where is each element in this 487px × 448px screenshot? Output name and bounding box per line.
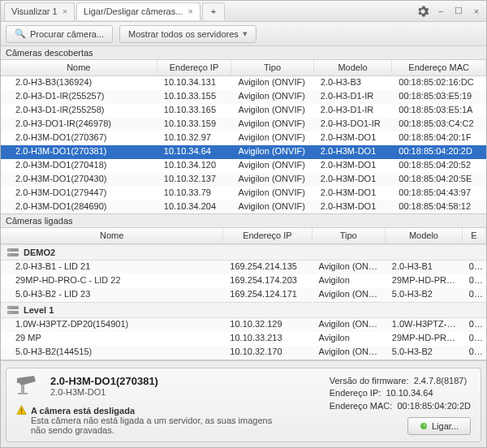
cell-type: Avigilon xyxy=(312,274,386,288)
table-row[interactable]: 29 MP10.10.33.213Avigilon29MP-HD-PRO-C00… xyxy=(1,332,486,346)
warning-msg: Esta câmera não está ligada a um servido… xyxy=(31,416,282,435)
discovered-body[interactable]: 2.0-H3-B3(136924)10.10.34.131Avigilon (O… xyxy=(1,76,486,214)
table-row[interactable]: 29MP-HD-PRO-C - LID 22169.254.174.203Avi… xyxy=(1,274,486,288)
tab-viewer-1[interactable]: Visualizar 1 × xyxy=(4,2,75,20)
cell-model: 2.0-H3M-DO1 xyxy=(314,145,393,159)
cell-model: 2.0-H3-DO1-IR xyxy=(314,118,393,131)
search-camera-button[interactable]: 🔍 Procurar câmera... xyxy=(6,25,113,43)
cell-type: Avigilon xyxy=(312,332,386,346)
cell-e: 00:1 xyxy=(463,261,486,274)
table-row[interactable]: 2.0-H3M-DO1(279447)10.10.33.79Avigilon (… xyxy=(1,187,486,200)
cell-model: 2.0-H3M-DO1 xyxy=(314,173,393,187)
horizontal-scrollbar[interactable] xyxy=(1,360,486,363)
close-icon[interactable]: × xyxy=(62,6,67,16)
col-name[interactable]: Nome xyxy=(1,60,157,75)
table-row[interactable]: 2.0-H3-D1-IR(255258)10.10.33.165Avigilon… xyxy=(1,104,486,118)
close-icon[interactable]: × xyxy=(187,6,192,16)
col-mac[interactable]: Endereço MAC xyxy=(392,60,486,75)
table-row[interactable]: 2.0-H3M-DO1(270430)10.10.32.137Avigilon … xyxy=(1,173,486,187)
col-ip[interactable]: Endereço IP xyxy=(223,228,312,243)
tab-label: Ligar/Desligar câmeras... xyxy=(84,6,183,16)
cell-e: 00:1 xyxy=(463,274,486,288)
cell-mac: 00:18:85:02:16:DC xyxy=(392,76,486,90)
maximize-icon[interactable]: ☐ xyxy=(452,5,465,18)
button-label: Ligar... xyxy=(432,421,459,431)
svg-point-3 xyxy=(9,254,11,256)
cell-ip: 10.10.33.165 xyxy=(157,104,232,118)
col-model[interactable]: Modelo xyxy=(386,228,463,243)
col-e[interactable]: E xyxy=(463,228,486,243)
minimize-icon[interactable]: − xyxy=(434,5,447,18)
search-icon: 🔍 xyxy=(15,28,26,39)
cell-name: 2.0-H3-D1-IR(255257) xyxy=(1,90,157,104)
cell-ip: 169.254.124.171 xyxy=(223,288,312,302)
tab-add[interactable]: + xyxy=(202,2,225,20)
warning-icon xyxy=(16,405,27,416)
cell-e: 00:1 xyxy=(463,346,486,360)
table-row[interactable]: 2.0-H3M-DO1(270381)10.10.34.64Avigilon (… xyxy=(1,145,486,159)
server-group-header[interactable]: Level 1 xyxy=(1,302,486,318)
cell-model: 2.0-H3-B3 xyxy=(314,76,393,90)
table-row[interactable]: 5.0-H3-B2 - LID 23169.254.124.171Avigilo… xyxy=(1,288,486,302)
cell-name: 2.0-H3-D1-IR(255258) xyxy=(1,104,157,118)
cell-model: 29MP-HD-PRO-C xyxy=(386,274,463,288)
table-row[interactable]: 2.0-H3M-DO1(270418)10.10.34.120Avigilon … xyxy=(1,159,486,173)
table-row[interactable]: 2.0-H3M-DO1(284690)10.10.34.204Avigilon … xyxy=(1,200,486,214)
svg-point-7 xyxy=(9,312,11,313)
connect-button[interactable]: Ligar... xyxy=(407,417,471,435)
details-subtitle: 2.0-H3M-DO1 xyxy=(50,387,158,397)
connected-body[interactable]: DEMO22.0-H3-B1 - LID 21169.254.214.135Av… xyxy=(1,244,486,360)
table-row[interactable]: 1.0W-H3PTZ-DP20(154901)10.10.32.129Avigi… xyxy=(1,318,486,332)
cell-name: 2.0-H3-B3(136924) xyxy=(1,76,157,90)
cell-model: 5.0-H3-B2 xyxy=(386,288,463,302)
cell-ip: 10.10.33.159 xyxy=(157,118,232,131)
table-row[interactable]: 2.0-H3-D1-IR(255257)10.10.33.155Avigilon… xyxy=(1,90,486,104)
server-group-header[interactable]: DEMO2 xyxy=(1,244,486,261)
show-all-servers-button[interactable]: Mostrar todos os servidores ▾ xyxy=(119,25,256,43)
chevron-down-icon: ▾ xyxy=(243,28,248,39)
cell-name: 29MP-HD-PRO-C - LID 22 xyxy=(1,274,223,288)
cell-type: Avigilon (ONVIF) xyxy=(232,145,314,159)
discovered-section-label: Câmeras descobertas xyxy=(1,46,486,60)
cell-type: Avigilon (ONVIF) xyxy=(232,90,314,104)
details-info: Versão do firmware: 2.4.7.8(8187) Endere… xyxy=(330,375,471,412)
cell-type: Avigilon (ONVIF) xyxy=(312,261,386,274)
server-icon xyxy=(7,306,19,314)
table-row[interactable]: 2.0-H3-DO1-IR(246978)10.10.33.159Avigilo… xyxy=(1,118,486,131)
col-type[interactable]: Tipo xyxy=(231,60,313,75)
discovered-header: Nome Endereço IP Tipo Modelo Endereço MA… xyxy=(1,60,486,76)
col-type[interactable]: Tipo xyxy=(312,228,386,243)
gear-icon[interactable] xyxy=(416,5,429,18)
app-window: Visualizar 1 × Ligar/Desligar câmeras...… xyxy=(0,0,487,448)
close-window-icon[interactable]: × xyxy=(470,5,483,18)
table-row[interactable]: 2.0-H3M-DO1(270367)10.10.32.97Avigilon (… xyxy=(1,131,486,145)
cell-name: 1.0W-H3PTZ-DP20(154901) xyxy=(1,318,223,332)
tab-connect-cameras[interactable]: Ligar/Desligar câmeras... × xyxy=(76,2,200,20)
table-row[interactable]: 5.0-H3-B2(144515)10.10.32.170Avigilon (O… xyxy=(1,346,486,360)
col-name[interactable]: Nome xyxy=(1,228,223,243)
col-ip[interactable]: Endereço IP xyxy=(157,60,232,75)
cell-mac: 00:18:85:04:20:52 xyxy=(392,159,486,173)
table-row[interactable]: 2.0-H3-B3(136924)10.10.34.131Avigilon (O… xyxy=(1,76,486,90)
firmware-label: Versão do firmware: xyxy=(330,376,409,386)
firmware-value: 2.4.7.8(8187) xyxy=(414,376,467,386)
cell-model: 2.0-H3-D1-IR xyxy=(314,90,393,104)
cell-ip: 10.10.33.79 xyxy=(157,187,232,200)
cell-model: 2.0-H3M-DO1 xyxy=(314,200,393,214)
svg-rect-9 xyxy=(21,412,22,413)
camera-icon xyxy=(16,375,42,396)
svg-point-6 xyxy=(9,307,11,308)
col-model[interactable]: Modelo xyxy=(314,60,393,75)
cell-name: 2.0-H3-B1 - LID 21 xyxy=(1,261,223,274)
cell-type: Avigilon (ONVIF) xyxy=(312,318,386,332)
cell-type: Avigilon (ONVIF) xyxy=(312,288,386,302)
details-title: 2.0-H3M-DO1(270381) xyxy=(50,375,158,387)
cell-type: Avigilon (ONVIF) xyxy=(232,159,314,173)
cell-ip: 10.10.33.213 xyxy=(223,332,312,346)
connected-table: Nome Endereço IP Tipo Modelo E DEMO22.0-… xyxy=(1,228,486,360)
cell-model: 29MP-HD-PRO-C xyxy=(386,332,463,346)
table-row[interactable]: 2.0-H3-B1 - LID 21169.254.214.135Avigilo… xyxy=(1,261,486,274)
cell-ip: 10.10.32.97 xyxy=(157,131,232,145)
cell-mac: 00:18:85:04:20:2D xyxy=(392,145,486,159)
cell-model: 2.0-H3M-DO1 xyxy=(314,187,393,200)
